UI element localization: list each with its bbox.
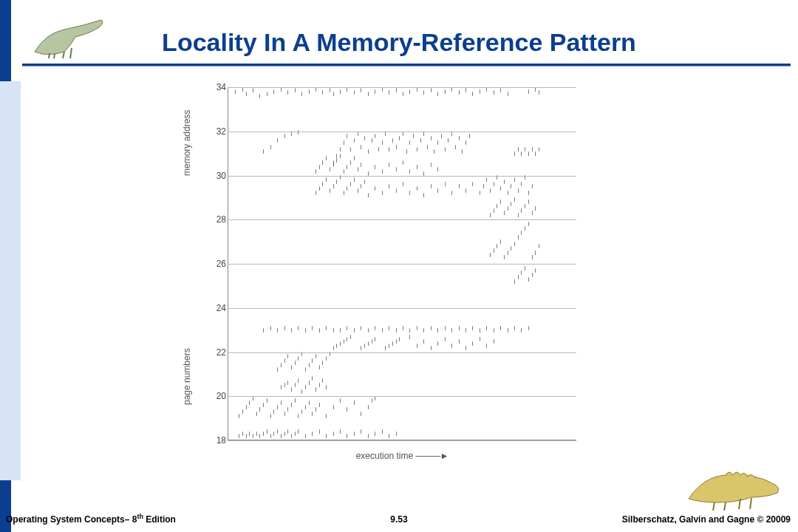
data-point <box>409 328 410 332</box>
data-point <box>347 326 347 330</box>
data-point <box>500 186 501 191</box>
data-point <box>521 270 522 275</box>
data-point <box>409 335 410 339</box>
data-point <box>326 385 327 389</box>
data-point <box>326 177 327 182</box>
data-point <box>277 367 278 372</box>
data-point <box>281 434 282 438</box>
data-point <box>459 90 460 95</box>
data-point <box>437 167 438 171</box>
data-point <box>350 147 351 151</box>
data-point <box>508 191 508 195</box>
data-point <box>364 344 365 348</box>
data-point <box>427 145 428 149</box>
data-point <box>451 191 452 195</box>
data-point <box>326 356 327 361</box>
data-point <box>322 378 323 383</box>
data-point <box>511 202 511 206</box>
data-point <box>466 328 466 332</box>
data-point <box>382 429 383 434</box>
data-point <box>431 163 432 167</box>
data-point <box>319 186 320 191</box>
data-point <box>403 92 403 96</box>
data-point <box>333 92 334 96</box>
data-point <box>312 412 313 416</box>
data-point <box>336 154 337 158</box>
data-point <box>312 376 313 381</box>
data-point <box>273 409 274 414</box>
y-tick-label: 32 <box>208 126 226 137</box>
data-point <box>368 193 369 197</box>
data-point <box>281 385 282 389</box>
data-point <box>528 326 529 330</box>
data-point <box>528 222 529 226</box>
data-point <box>287 90 288 95</box>
data-point <box>316 407 316 412</box>
data-point <box>263 432 264 436</box>
data-point <box>239 434 239 438</box>
data-point <box>368 328 369 332</box>
data-point <box>409 140 410 145</box>
footer-left-text-b: Edition <box>143 514 176 525</box>
data-point <box>333 163 334 167</box>
y-gridline <box>228 352 576 353</box>
data-point <box>301 409 302 414</box>
data-point <box>466 88 466 92</box>
data-point <box>267 398 267 403</box>
data-point <box>528 89 529 94</box>
data-point <box>437 140 438 145</box>
data-point <box>336 344 337 348</box>
data-point <box>319 383 320 387</box>
data-point <box>330 167 330 171</box>
arrow-right-icon: ———► <box>415 451 448 461</box>
y-tick-label: 18 <box>208 435 226 446</box>
data-point <box>256 412 257 416</box>
data-point <box>281 400 282 405</box>
data-point <box>532 211 533 215</box>
data-point <box>375 165 375 169</box>
data-point <box>361 184 361 188</box>
data-point <box>333 346 334 350</box>
footer-center: 9.53 <box>390 514 407 525</box>
data-point <box>246 434 247 438</box>
y-gridline <box>228 219 576 220</box>
data-point <box>270 145 271 149</box>
data-point <box>295 383 296 387</box>
data-point <box>396 339 397 344</box>
data-point <box>358 188 358 193</box>
data-point <box>451 344 452 348</box>
data-point <box>504 180 505 184</box>
data-point <box>459 339 460 344</box>
data-point <box>242 432 243 436</box>
data-point <box>403 326 403 330</box>
y-tick-label: 28 <box>208 214 226 225</box>
data-point <box>291 328 292 332</box>
data-point <box>445 182 446 186</box>
data-point <box>521 182 522 186</box>
data-point <box>508 92 508 96</box>
data-point <box>295 398 296 403</box>
data-point <box>403 182 403 186</box>
x-axis-label-text: execution time <box>356 451 413 461</box>
data-point <box>431 136 432 140</box>
y-axis-label-lower: page numbers <box>182 348 192 405</box>
data-point <box>480 337 480 341</box>
data-point <box>480 191 480 195</box>
data-point <box>361 163 361 167</box>
data-point <box>528 151 529 156</box>
y-axis-label-upper: memory address <box>182 110 192 176</box>
footer-left: Operating System Concepts– 8th Edition <box>6 513 176 525</box>
data-point <box>364 180 365 184</box>
data-point <box>459 136 460 140</box>
data-point <box>263 328 264 332</box>
data-point <box>494 248 494 253</box>
y-gridline <box>228 132 576 132</box>
y-gridline <box>228 396 576 397</box>
data-point <box>514 177 515 182</box>
data-point <box>528 200 529 204</box>
data-point <box>500 200 501 204</box>
data-point <box>375 326 375 330</box>
data-point <box>316 387 316 392</box>
data-point <box>539 147 539 151</box>
data-point <box>330 188 330 193</box>
